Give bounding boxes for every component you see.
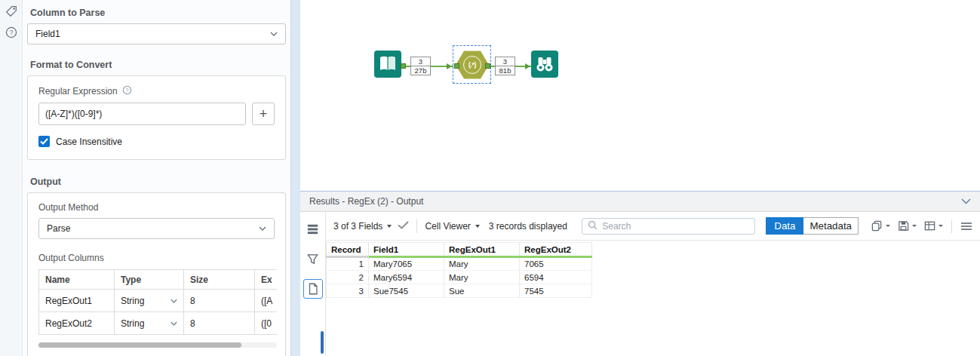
- results-column-header-record[interactable]: Record: [327, 243, 369, 257]
- browse-tool[interactable]: [531, 51, 558, 78]
- output-method-dropdown[interactable]: Parse: [38, 218, 275, 239]
- data-tab-button[interactable]: Data: [766, 217, 803, 235]
- search-box[interactable]: [582, 218, 755, 235]
- table-row: 1 Mary7065 Mary 7065: [327, 257, 592, 271]
- connection-progress-badge: 3 27b: [410, 57, 431, 75]
- connection-arrow-icon: [525, 63, 530, 69]
- column-to-parse-value: Field1: [35, 29, 60, 39]
- toolbar-divider: [951, 219, 952, 233]
- column-header-name: Name: [39, 270, 115, 290]
- results-action-icons: [871, 219, 972, 233]
- regex-tool-glyph: (.*): [468, 61, 476, 69]
- size-cell[interactable]: 8: [184, 312, 255, 335]
- export-table-icon: [923, 219, 936, 232]
- connection-data-size: 81b: [496, 66, 515, 75]
- record-number-cell: 1: [327, 257, 369, 271]
- case-insensitive-row: Case Insensitive: [38, 136, 275, 147]
- chevron-down-icon: [171, 299, 177, 303]
- tag-icon[interactable]: [3, 3, 20, 20]
- type-dropdown[interactable]: String: [115, 290, 184, 312]
- page-view-icon[interactable]: [303, 279, 323, 299]
- type-value: String: [121, 296, 144, 306]
- input-data-icon: [374, 51, 401, 78]
- toolbar-divider: [416, 219, 417, 233]
- input-anchor: [454, 63, 459, 69]
- save-button[interactable]: [897, 219, 917, 232]
- export-button[interactable]: [923, 219, 943, 232]
- input-data-tool[interactable]: [374, 51, 401, 78]
- caret-down-icon: [475, 225, 480, 228]
- connection-data-size: 27b: [411, 66, 430, 75]
- apply-check-icon[interactable]: [398, 221, 409, 232]
- output-column-name-cell[interactable]: RegExOut1: [39, 290, 115, 312]
- output-columns-header-row: Name Type Size Ex: [39, 270, 278, 290]
- output-columns-label: Output Columns: [38, 253, 275, 263]
- regexout1-cell: Mary: [444, 271, 520, 284]
- regexout2-cell: 7065: [520, 257, 592, 271]
- regex-tool-ring: (.*): [463, 56, 481, 74]
- output-columns-table-wrap: Name Type Size Ex RegExOut1 String 8 ([A: [38, 269, 277, 335]
- regexout1-cell: Mary: [444, 257, 520, 271]
- case-insensitive-label: Case Insensitive: [56, 137, 122, 147]
- menu-button[interactable]: [960, 221, 972, 232]
- save-icon: [897, 219, 910, 232]
- expression-cell[interactable]: ([A: [255, 290, 278, 312]
- field1-cell: Sue7545: [369, 284, 444, 298]
- grid-view-icon[interactable]: [303, 219, 323, 238]
- results-header: Results - RegEx (2) - Output: [300, 192, 980, 212]
- caret-down-icon: [912, 225, 917, 227]
- strip-scrollbar-thumb[interactable]: [321, 331, 324, 354]
- regexout1-cell: Sue: [444, 284, 520, 298]
- results-column-header-regexout2[interactable]: RegExOut2: [520, 243, 592, 257]
- regex-help-icon[interactable]: ?: [122, 85, 132, 97]
- workflow-canvas[interactable]: 3 27b (.*) 3 81b: [300, 0, 980, 191]
- copy-button[interactable]: [871, 219, 890, 232]
- column-header-expression: Ex: [255, 270, 278, 290]
- regex-tool[interactable]: (.*): [456, 50, 489, 80]
- chevron-down-icon: [270, 32, 278, 36]
- copy-icon: [871, 219, 883, 232]
- results-column-header-field1[interactable]: Field1: [369, 243, 444, 257]
- expression-cell[interactable]: ([0: [255, 312, 278, 335]
- chevron-down-icon: [171, 321, 177, 326]
- cell-viewer-dropdown[interactable]: Cell Viewer: [425, 221, 479, 232]
- type-dropdown[interactable]: String: [115, 312, 184, 335]
- case-insensitive-checkbox[interactable]: [38, 136, 50, 147]
- data-metadata-toggle: Data Metadata: [766, 217, 859, 235]
- field1-cell: Mary6594: [369, 271, 444, 284]
- column-to-parse-dropdown[interactable]: Field1: [27, 23, 286, 44]
- output-column-name-cell[interactable]: RegExOut2: [39, 312, 115, 335]
- horizontal-scrollbar-thumb[interactable]: [38, 342, 241, 348]
- record-number-cell: 3: [327, 284, 369, 298]
- regexout2-cell: 6594: [520, 271, 592, 284]
- regex-input-row: +: [38, 103, 275, 125]
- metadata-tab-button[interactable]: Metadata: [803, 217, 859, 235]
- search-icon: [588, 220, 598, 232]
- connection-record-count: 3: [496, 57, 515, 66]
- connection-arrow-icon: [447, 63, 452, 69]
- results-view-strip: [300, 212, 326, 356]
- output-method-value: Parse: [47, 223, 70, 234]
- filter-view-icon[interactable]: [303, 249, 323, 269]
- browse-binoculars-icon: [531, 51, 558, 78]
- collapse-chevron-icon[interactable]: [961, 198, 971, 204]
- svg-text:?: ?: [9, 29, 13, 36]
- fields-dropdown[interactable]: 3 of 3 Fields: [333, 221, 392, 232]
- cell-viewer-label: Cell Viewer: [425, 221, 470, 232]
- output-columns-table: Name Type Size Ex RegExOut1 String 8 ([A: [38, 269, 277, 335]
- caret-down-icon: [387, 225, 392, 228]
- regex-input[interactable]: [38, 103, 246, 125]
- help-icon[interactable]: ?: [3, 24, 20, 41]
- results-title: Results - RegEx (2) - Output: [309, 196, 423, 207]
- field1-cell: Mary7065: [369, 257, 444, 271]
- table-row: 2 Mary6594 Mary 6594: [327, 271, 592, 284]
- add-expression-button[interactable]: +: [252, 103, 275, 125]
- search-input[interactable]: [602, 221, 749, 232]
- panel-splitter[interactable]: [291, 0, 300, 356]
- results-column-header-regexout1[interactable]: RegExOut1: [444, 243, 520, 257]
- output-anchor: [401, 63, 406, 69]
- records-displayed-text: 3 records displayed: [489, 221, 567, 232]
- size-cell[interactable]: 8: [184, 290, 255, 312]
- output-anchor: [485, 63, 490, 69]
- help-icon-svg: ?: [5, 26, 18, 39]
